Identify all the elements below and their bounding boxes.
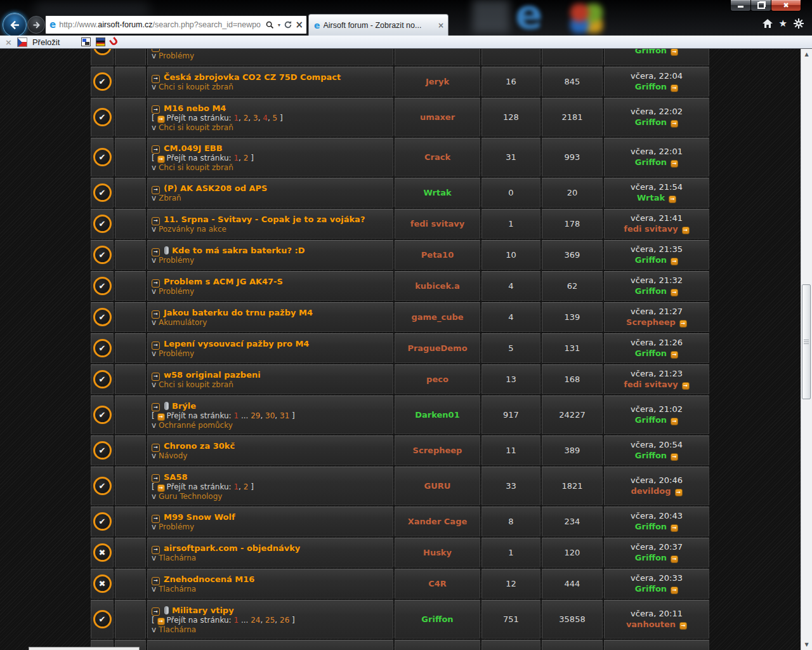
restore-button[interactable] [750,0,771,11]
last-post-author-link[interactable]: Griffon [635,82,667,91]
goto-last-post-icon[interactable]: → [675,489,683,496]
last-post-author-link[interactable]: Griffon [635,522,667,531]
goto-topic-icon[interactable]: → [152,105,160,114]
goto-topic-icon[interactable]: → [152,342,160,350]
last-post-author-link[interactable]: devildog [631,486,671,496]
last-post-author-link[interactable]: Wrtak [637,193,665,202]
forum-link[interactable]: Tlachárna [159,554,196,562]
page-number-link[interactable]: 30 [265,411,275,420]
goto-page-icon[interactable]: → [157,484,165,492]
author-link[interactable]: Griffon [421,614,453,624]
forum-link[interactable]: Chci si koupit zbraň [159,380,233,389]
goto-last-post-icon[interactable]: → [669,196,676,203]
topic-title-link[interactable]: SA58 [164,472,188,482]
forum-link[interactable]: Chci si koupit zbraň [159,123,233,132]
goto-last-post-icon[interactable]: → [671,84,678,92]
close-button[interactable]: ✖ [771,0,801,11]
forward-button[interactable] [27,16,45,34]
toolbar-close-icon[interactable]: × [5,37,12,47]
gear-icon[interactable] [794,18,804,29]
forum-link[interactable]: Problémy [159,51,194,60]
forum-link[interactable]: Návody [159,451,188,460]
author-link[interactable]: Screpheep [413,446,462,455]
author-link[interactable]: Jeryk [426,77,449,86]
page-number-link[interactable]: 25 [265,616,275,625]
topic-title-link[interactable]: Česká zbrojovka CO2 CZ 75D Compact [164,72,341,82]
page-number-link[interactable]: 1 [233,154,239,162]
goto-page-icon[interactable]: → [157,116,165,123]
last-post-author-link[interactable]: Griffon [635,49,667,55]
author-link[interactable]: PragueDemo [407,343,467,353]
goto-last-post-icon[interactable]: → [671,49,678,56]
goto-topic-icon[interactable]: → [152,145,160,154]
author-link[interactable]: Peta10 [421,250,454,260]
topic-title-link[interactable]: Problem s ACM JG AK47-S [164,277,283,286]
translate-icon[interactable] [17,37,27,47]
browser-tab[interactable]: e Airsoft forum - Zobrazit no... × [308,14,449,36]
goto-last-post-icon[interactable]: → [671,351,678,359]
scrollbar-thumb[interactable] [802,284,811,399]
topic-title-link[interactable]: M99 Snow Wolf [164,512,235,522]
goto-topic-icon[interactable]: → [152,75,160,83]
last-post-author-link[interactable]: Griffon [635,584,667,594]
goto-page-icon[interactable]: → [157,156,165,163]
goto-topic-icon[interactable]: → [152,310,160,319]
goto-last-post-icon[interactable]: → [671,160,678,168]
goto-page-icon[interactable]: → [157,618,165,625]
topic-title-link[interactable]: Kde to má sakra baterku? :D [172,246,305,255]
author-link[interactable]: umaxer [420,112,455,122]
author-link[interactable]: GURU [424,481,451,491]
scroll-up-icon[interactable]: ▲ [801,49,812,60]
last-post-author-link[interactable]: Griffon [635,553,667,562]
last-post-author-link[interactable]: Screpheep [626,317,676,327]
author-link[interactable]: fedi svitavy [410,219,464,229]
last-post-author-link[interactable]: vanhouten [626,620,676,629]
author-link[interactable]: kubicek.a [415,281,460,291]
page-number-link[interactable]: 2 [244,154,249,162]
goto-topic-icon[interactable]: → [152,403,160,411]
page-number-link[interactable]: 1 [233,482,239,491]
goto-topic-icon[interactable]: → [152,217,160,225]
author-link[interactable]: Crack [424,152,450,162]
tool-icon[interactable] [109,36,119,46]
page-number-link[interactable]: 26 [280,616,289,625]
topic-title-link[interactable]: M16 nebo M4 [164,103,226,113]
goto-last-post-icon[interactable]: → [671,587,678,594]
topic-title-link[interactable]: (P) AK ASK208 od APS [164,183,267,193]
author-link[interactable]: Darken01 [415,410,459,420]
author-link[interactable]: C4R [428,579,447,588]
forum-link[interactable]: Problémy [159,287,194,296]
goto-last-post-icon[interactable]: → [679,622,687,630]
capture-icon[interactable] [81,37,91,46]
page-number-link[interactable]: 3 [253,114,258,123]
refresh-icon[interactable] [284,20,292,29]
last-post-author-link[interactable]: fedi svitavy [624,380,678,389]
last-post-author-link[interactable]: Griffon [635,348,667,358]
goto-last-post-icon[interactable]: → [671,120,678,128]
last-post-author-link[interactable]: Griffon [635,117,667,127]
dictionary-icon[interactable] [96,37,105,46]
goto-last-post-icon[interactable]: → [671,555,678,563]
goto-topic-icon[interactable]: → [152,444,160,452]
last-post-author-link[interactable]: Griffon [635,157,667,167]
goto-topic-icon[interactable]: → [152,373,160,381]
author-link[interactable]: Wrtak [423,188,451,197]
address-bar[interactable]: e http://www.airsoft-forum.cz/search.php… [45,15,307,34]
goto-page-icon[interactable]: → [157,413,165,421]
goto-topic-icon[interactable]: → [152,474,160,482]
last-post-author-link[interactable]: Griffon [635,415,667,425]
forum-link[interactable]: Pozvánky na akce [159,225,226,234]
goto-last-post-icon[interactable]: → [671,289,678,296]
goto-last-post-icon[interactable]: → [679,320,687,328]
forum-link[interactable]: Zbraň [159,194,181,202]
page-number-link[interactable]: 2 [244,482,249,491]
goto-topic-icon[interactable]: → [152,248,160,256]
topic-title-link[interactable]: airsoftpark.com - objednávky [164,543,300,553]
last-post-author-link[interactable]: Griffon [635,286,667,296]
topic-title-link[interactable]: Chrono za 30kč [164,441,235,451]
topic-title-link[interactable]: w58 original pazbeni [164,370,261,380]
forum-link[interactable]: Chci si koupit zbraň [159,83,233,91]
forum-link[interactable]: Tlachárna [159,585,196,594]
author-link[interactable]: peco [426,375,449,384]
goto-last-post-icon[interactable]: → [671,453,678,461]
